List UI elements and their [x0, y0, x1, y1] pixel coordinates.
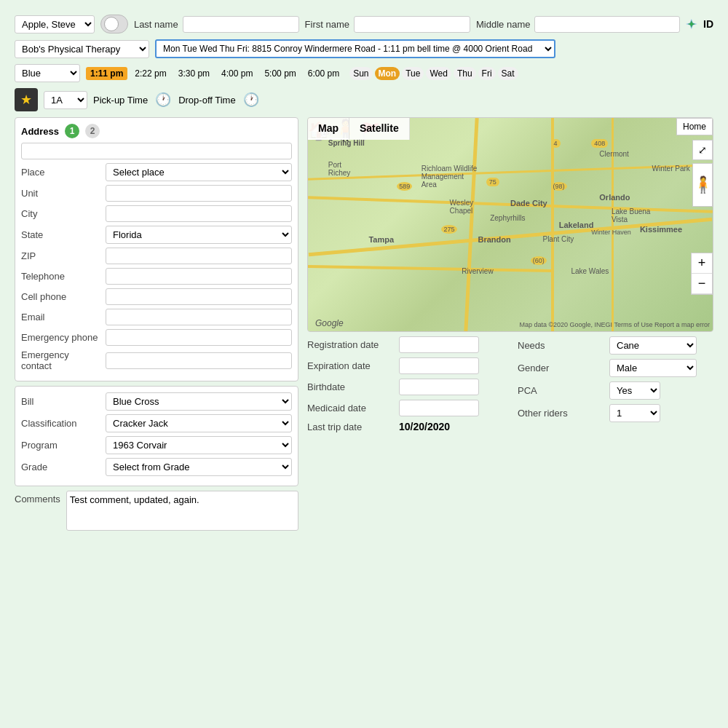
- email-row: Email sa@gmail.com: [21, 309, 292, 325]
- color-select[interactable]: Blue: [15, 64, 80, 82]
- cell-row: Cell phone 789-123-4567: [21, 288, 292, 305]
- city-label-lakeland: Lakeland: [559, 221, 594, 229]
- day-sat[interactable]: Sat: [498, 67, 518, 80]
- city-label-dade: Dade City: [510, 199, 547, 207]
- reg-date-row: Registration date 02/03/2020: [307, 336, 503, 353]
- address-num-2[interactable]: 2: [85, 124, 100, 138]
- toggle-button[interactable]: [100, 15, 128, 33]
- day-mon[interactable]: Mon: [375, 67, 400, 80]
- city-row: City Orlando: [21, 205, 292, 222]
- reg-date-input[interactable]: 02/03/2020: [399, 336, 479, 353]
- first-name-input[interactable]: Steve: [354, 16, 470, 33]
- medicaid-row: Medicaid date 09/23/2020: [307, 400, 503, 416]
- schedule-row: Blue 1:11 pm 2:22 pm 3:30 pm 4:00 pm 5:0…: [15, 64, 713, 82]
- program-select[interactable]: 1963 Corvair: [106, 436, 292, 454]
- time-pill-6[interactable]: 6:00 pm: [304, 67, 344, 80]
- last-trip-label: Last trip date: [307, 422, 395, 432]
- day-thu[interactable]: Thu: [454, 67, 476, 80]
- day-sun[interactable]: Sun: [349, 67, 372, 80]
- map-zoom-in[interactable]: +: [692, 253, 712, 274]
- address-input[interactable]: 8815 Conroy Windermere Road: [21, 143, 292, 159]
- comments-textarea[interactable]: Test comment, updated, again.: [66, 491, 298, 531]
- city-label-winterpark: Winter Park: [652, 165, 690, 173]
- content-area: Address 1 2 8815 Conroy Windermere Road …: [15, 117, 713, 531]
- middle-name-label: Middle name: [476, 19, 530, 30]
- pickup-row: ★ 1A Pick-up Time 🕐 Drop-off Time 🕐: [15, 88, 713, 111]
- last-name-input[interactable]: Apple: [183, 16, 299, 33]
- map-home-button[interactable]: Home: [676, 118, 713, 135]
- map-person-button[interactable]: 🧍: [692, 163, 713, 207]
- addr1-row: 8815 Conroy Windermere Road: [21, 143, 292, 159]
- needs-label: Needs: [518, 340, 605, 351]
- email-input[interactable]: sa@gmail.com: [106, 309, 292, 325]
- name-row: Apple, Steve Last name Apple First name …: [15, 15, 713, 33]
- grade-select[interactable]: Select from Grade: [106, 458, 292, 476]
- map-tabs: Map Satellite: [308, 118, 410, 140]
- id-label: ID: [703, 18, 713, 30]
- zip-input[interactable]: 32835: [106, 248, 292, 264]
- place-label: Place: [21, 167, 101, 178]
- gender-select[interactable]: Male: [609, 359, 697, 377]
- bill-select[interactable]: Blue Cross: [106, 392, 292, 411]
- classification-select[interactable]: Cracker Jack: [106, 414, 292, 432]
- exp-date-input[interactable]: 09/30/2021: [399, 357, 479, 374]
- emergency-phone-label: Emergency phone: [21, 332, 101, 343]
- address-num-1[interactable]: 1: [65, 124, 79, 138]
- email-label: Email: [21, 312, 101, 323]
- route-select[interactable]: Mon Tue Wed Thu Fri: 8815 Conroy Winderm…: [155, 39, 555, 58]
- provider-row: Bob's Physical Therapy Mon Tue Wed Thu F…: [15, 39, 713, 58]
- road-v2: [551, 118, 554, 331]
- provider-select[interactable]: Bob's Physical Therapy: [15, 40, 149, 58]
- city-input[interactable]: Orlando: [106, 205, 292, 222]
- zip-row: ZIP 32835: [21, 248, 292, 264]
- birthdate-input[interactable]: 06/27/2018: [399, 379, 479, 395]
- state-label: State: [21, 229, 101, 240]
- address-title: Address: [21, 126, 59, 137]
- middle-name-input[interactable]: [534, 16, 680, 33]
- highway-589: 589: [397, 182, 412, 191]
- emergency-phone-input[interactable]: 321-321-4321: [106, 329, 292, 346]
- dropoff-clock-icon[interactable]: 🕐: [243, 92, 259, 108]
- unit-input[interactable]: [106, 185, 292, 202]
- day-tue[interactable]: Tue: [402, 67, 424, 80]
- time-pill-3[interactable]: 3:30 pm: [174, 67, 214, 80]
- map-tab-map[interactable]: Map: [308, 118, 349, 140]
- needs-select[interactable]: Cane: [609, 336, 697, 355]
- emergency-contact-input[interactable]: Dad: [106, 352, 292, 369]
- name-select[interactable]: Apple, Steve: [15, 15, 95, 33]
- emphone-row: Emergency phone 321-321-4321: [21, 329, 292, 346]
- city-label-riverview: Riverview: [462, 267, 493, 275]
- other-riders-row: Other riders 1: [518, 404, 713, 422]
- gender-label: Gender: [518, 363, 605, 373]
- classification-label: Classification: [21, 418, 101, 429]
- city-label-richloam: Richloam WildlifeManagementArea: [422, 165, 478, 189]
- time-pill-2[interactable]: 2:22 pm: [130, 67, 170, 80]
- cell-input[interactable]: 789-123-4567: [106, 288, 292, 305]
- map-expand-button[interactable]: ⤢: [692, 140, 713, 160]
- pickup-clock-icon[interactable]: 🕐: [155, 92, 171, 108]
- highway-408: 408: [591, 139, 608, 148]
- pca-row: PCA Yes: [518, 381, 713, 400]
- medicaid-input[interactable]: 09/23/2020: [399, 400, 479, 416]
- highway-4: 4: [551, 139, 561, 148]
- state-select[interactable]: Florida: [106, 226, 292, 244]
- day-wed[interactable]: Wed: [426, 67, 451, 80]
- other-riders-select[interactable]: 1: [609, 404, 660, 422]
- city-label-clermont: Clermont: [599, 150, 629, 158]
- time-pill-5[interactable]: 5:00 pm: [260, 67, 300, 80]
- time-pill-4[interactable]: 4:00 pm: [217, 67, 257, 80]
- needs-col: Needs Cane Gender Male PCA: [518, 336, 713, 437]
- route-num-select[interactable]: 1A: [44, 91, 87, 109]
- map-zoom-out[interactable]: −: [692, 274, 712, 294]
- cell-label: Cell phone: [21, 291, 101, 302]
- telephone-input[interactable]: 123-345-1111: [106, 268, 292, 285]
- last-name-label: Last name: [134, 19, 178, 30]
- unit-label: Unit: [21, 188, 101, 199]
- place-select[interactable]: Select place: [106, 163, 292, 181]
- day-fri[interactable]: Fri: [478, 67, 496, 80]
- map-tab-satellite[interactable]: Satellite: [349, 118, 410, 140]
- first-name-label: First name: [305, 19, 349, 30]
- time-pill-1[interactable]: 1:11 pm: [86, 67, 127, 80]
- road-extra2: [308, 265, 551, 272]
- pca-select[interactable]: Yes: [609, 381, 660, 400]
